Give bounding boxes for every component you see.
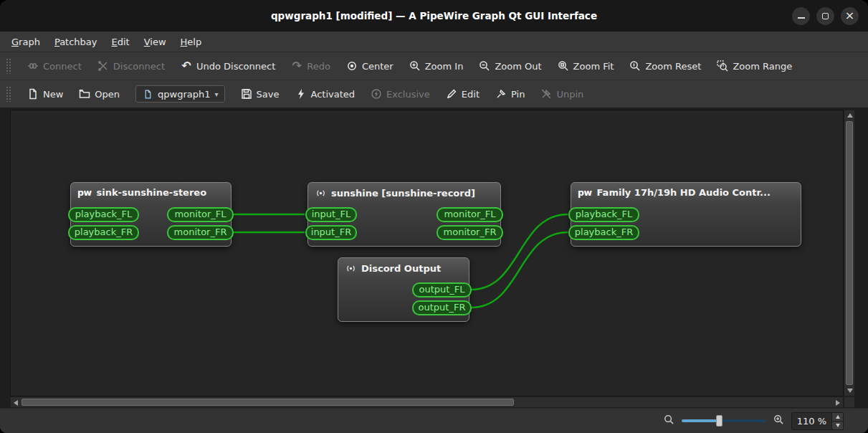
node-title: sunshine [sunshine-record] (308, 183, 500, 199)
center-button[interactable]: Center (346, 60, 394, 72)
zoom-spinbox-steppers (831, 413, 843, 429)
pencil-icon (446, 88, 457, 100)
node-title: pw sink-sunshine-stereo (71, 183, 231, 198)
zoom-out-button[interactable]: Zoom Out (479, 60, 541, 72)
cables-layer (11, 110, 844, 396)
unpin-button[interactable]: Unpin (540, 88, 583, 100)
connect-button[interactable]: Connect (27, 60, 82, 72)
exclusive-icon (371, 88, 382, 100)
scroll-down-icon[interactable] (847, 389, 853, 393)
close-button[interactable]: × (841, 7, 859, 25)
patchbay-toolbar: New Open qpwgraph1 ▾ Save Activated Excl… (0, 80, 868, 108)
port[interactable]: monitor_FL (437, 207, 503, 222)
menu-patchbay[interactable]: Patchbay (47, 32, 105, 52)
port[interactable]: input_FL (305, 207, 357, 222)
port[interactable]: monitor_FR (437, 225, 503, 240)
pipewire-icon: pw (578, 187, 592, 198)
maximize-icon (822, 13, 829, 19)
pipewire-icon: pw (77, 187, 92, 198)
disconnect-icon (97, 60, 109, 72)
monitor-record-icon (345, 262, 356, 274)
spin-up-button[interactable] (832, 413, 843, 421)
menu-view[interactable]: View (137, 32, 173, 52)
horizontal-scrollbar-thumb[interactable] (22, 399, 514, 406)
menu-graph[interactable]: Graph (4, 32, 47, 52)
zoom-slider-handle[interactable] (716, 415, 722, 427)
port[interactable]: playback_FL (568, 207, 639, 222)
node-sunshine-record[interactable]: sunshine [sunshine-record] input_FL inpu… (307, 182, 501, 247)
zoom-in-icon (409, 60, 421, 72)
node-sink-sunshine-stereo[interactable]: pw sink-sunshine-stereo playback_FL play… (70, 182, 232, 247)
main-area: pw sink-sunshine-stereo playback_FL play… (0, 108, 868, 408)
undo-disconnect-button[interactable]: ↶ Undo Disconnect (181, 60, 275, 72)
center-icon (346, 60, 358, 72)
zoom-in-icon[interactable] (773, 414, 784, 428)
zoom-out-icon[interactable] (664, 414, 674, 428)
redo-icon: ↷ (291, 60, 302, 72)
app-window: qpwgraph1 [modified] — A PipeWire Graph … (0, 0, 868, 433)
window-title: qpwgraph1 [modified] — A PipeWire Graph … (0, 10, 868, 22)
zoom-slider[interactable] (682, 415, 766, 427)
graph-canvas[interactable]: pw sink-sunshine-stereo playback_FL play… (10, 110, 844, 396)
open-folder-icon (79, 88, 90, 100)
exclusive-toggle[interactable]: Exclusive (371, 88, 430, 100)
disconnect-button[interactable]: Disconnect (97, 60, 165, 72)
horizontal-scrollbar[interactable] (10, 396, 844, 408)
port[interactable]: output_FL (412, 282, 472, 298)
zoom-slider-fill (682, 419, 719, 422)
minimize-button[interactable] (792, 7, 810, 25)
zoom-fit-icon (558, 60, 569, 72)
unpin-icon (540, 88, 552, 100)
maximize-button[interactable] (816, 7, 834, 25)
port[interactable]: monitor_FL (167, 207, 234, 222)
scroll-up-icon[interactable] (847, 113, 853, 118)
statusbar: 110 % (0, 408, 868, 433)
save-button[interactable]: Save (241, 88, 280, 100)
zoom-range-icon (717, 60, 728, 72)
port[interactable]: playback_FL (68, 207, 139, 222)
port[interactable]: playback_FR (68, 225, 139, 240)
zoom-spinbox[interactable]: 110 % (791, 412, 844, 430)
port[interactable]: playback_FR (568, 225, 639, 240)
new-file-icon (27, 88, 39, 100)
node-title: Discord Output (338, 258, 469, 274)
close-icon: × (845, 10, 854, 22)
node-discord-output[interactable]: Discord Output output_FL output_FR (338, 257, 469, 322)
scroll-right-icon[interactable] (836, 400, 840, 406)
activated-toggle[interactable]: Activated (295, 88, 356, 100)
zoom-in-button[interactable]: Zoom In (409, 60, 464, 72)
undo-icon: ↶ (181, 60, 192, 72)
window-controls: × (792, 7, 859, 25)
toolbar-grip[interactable] (6, 58, 11, 74)
save-icon (241, 88, 252, 100)
zoom-reset-button[interactable]: Zoom Reset (629, 60, 701, 72)
node-family-hd-audio[interactable]: pw Family 17h/19h HD Audio Contr... play… (571, 182, 801, 247)
monitor-record-icon (315, 187, 326, 199)
spin-down-button[interactable] (832, 421, 843, 429)
new-button[interactable]: New (27, 88, 63, 100)
zoom-fit-button[interactable]: Zoom Fit (558, 60, 614, 72)
toolbar-grip[interactable] (6, 86, 11, 102)
vertical-scrollbar-thumb[interactable] (846, 121, 853, 385)
port[interactable]: input_FR (305, 225, 357, 240)
chevron-down-icon: ▾ (215, 90, 219, 98)
scroll-left-icon[interactable] (14, 400, 18, 406)
triangle-up-icon (836, 415, 840, 419)
vertical-scrollbar[interactable] (844, 110, 855, 396)
menu-edit[interactable]: Edit (105, 32, 137, 52)
zoom-value: 110 % (792, 413, 831, 429)
zoom-reset-icon (629, 60, 641, 72)
zoom-range-button[interactable]: Zoom Range (717, 60, 792, 72)
edit-button[interactable]: Edit (446, 88, 480, 100)
patchbay-selector[interactable]: qpwgraph1 ▾ (135, 85, 225, 103)
minimize-icon (798, 17, 805, 19)
port[interactable]: monitor_FR (167, 225, 234, 240)
lightning-icon (295, 88, 307, 100)
scrollbar-corner (844, 396, 855, 408)
open-button[interactable]: Open (79, 88, 120, 100)
menu-help[interactable]: Help (173, 32, 209, 52)
redo-button[interactable]: ↷ Redo (291, 60, 330, 72)
pin-icon (495, 88, 507, 100)
pin-button[interactable]: Pin (495, 88, 525, 100)
port[interactable]: output_FR (412, 300, 472, 315)
